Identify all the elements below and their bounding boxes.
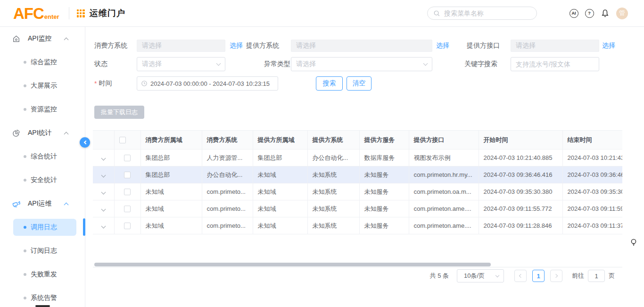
header-divider — [69, 7, 69, 19]
col-end-time: 结束时间 — [562, 131, 622, 149]
bell-icon[interactable] — [600, 8, 610, 18]
exception-type-select[interactable]: 请选择 — [291, 57, 432, 71]
select-all-checkbox[interactable] — [119, 137, 126, 143]
time-range-value: 2024-07-03 00:00:00 - 2024-07-03 10:23:1… — [150, 80, 270, 87]
provider-system-input[interactable]: 请选择 — [291, 40, 432, 52]
chevron-up-icon — [64, 202, 69, 207]
help-icon[interactable]: ? — [584, 8, 594, 18]
row-checkbox[interactable] — [124, 172, 131, 178]
status-select[interactable]: 请选择 — [137, 57, 225, 71]
portal-grid-icon[interactable] — [77, 9, 85, 17]
sidebar-item-big-screen[interactable]: 大屏展示 — [0, 74, 85, 98]
consumer-system-select-link[interactable]: 选择 — [230, 40, 243, 52]
active-item-indicator — [83, 218, 85, 236]
sidebar-group-api-stats[interactable]: API统计 — [0, 121, 85, 145]
chevron-up-icon — [64, 132, 69, 136]
sidebar-item-subscription-logs[interactable]: 订阅日志 — [0, 239, 85, 263]
col-start-time: 开始时间 — [479, 131, 562, 149]
sidebar-item-resource-monitor[interactable]: 资源监控 — [0, 98, 85, 121]
group-label: API运维 — [28, 199, 52, 208]
sidebar-item-comprehensive-monitor[interactable]: 综合监控 — [0, 50, 85, 74]
chevron-down-icon — [423, 61, 428, 66]
sidebar-item-comprehensive-stats[interactable]: 综合统计 — [0, 145, 85, 168]
dot-icon — [24, 61, 26, 64]
table-row[interactable]: 未知域 com.primeto... 未知域 未知系统 未知服务 com.pri… — [93, 217, 622, 234]
sidebar-collapse-button[interactable] — [80, 137, 90, 148]
sidebar-item-failure-resend[interactable]: 失败重发 — [0, 263, 85, 286]
user-avatar[interactable]: 管 — [616, 8, 628, 19]
status-label: 状态 — [94, 57, 107, 71]
chevron-up-icon — [64, 37, 69, 42]
dot-icon — [24, 155, 26, 158]
group-label: API统计 — [28, 129, 52, 137]
col-provider-domain: 提供方所属域 — [253, 131, 307, 149]
consumer-system-input[interactable]: 请选择 — [137, 40, 225, 52]
clear-button[interactable]: 清空 — [347, 76, 372, 91]
provider-api-input[interactable]: 请选择 — [511, 40, 599, 52]
expand-row-icon[interactable] — [101, 207, 106, 212]
provider-system-select-link[interactable]: 选择 — [436, 40, 449, 52]
dot-icon — [24, 226, 26, 229]
expand-column-header — [93, 131, 114, 149]
afc-logo[interactable]: AFC enter — [13, 6, 59, 21]
provider-system-label: 提供方系统 — [246, 39, 279, 53]
expand-row-icon[interactable] — [101, 224, 106, 229]
sidebar-group-api-monitor[interactable]: API监控 — [0, 27, 85, 50]
menu-search-box[interactable] — [427, 7, 537, 20]
expand-row-icon[interactable] — [101, 156, 106, 161]
dot-icon — [24, 249, 26, 252]
chevron-down-icon — [495, 274, 499, 277]
table-row[interactable]: 未知域 com.primeto... 未知域 未知系统 未知服务 com.pri… — [93, 183, 622, 200]
keyword-input[interactable] — [511, 57, 599, 71]
scrollbar-artifact — [35, 305, 50, 307]
expand-row-icon[interactable] — [101, 173, 106, 178]
table-row[interactable]: 未知域 com.primeto... 未知域 未知系统 未知服务 com.pri… — [93, 200, 622, 217]
call-log-table: 消费方所属域 消费方系统 提供方所属域 提供方系统 提供方服务 提供方接口 开始… — [93, 130, 622, 234]
prev-page-button[interactable] — [514, 270, 527, 282]
ops-camera-icon — [12, 199, 21, 208]
ai-assistant-icon[interactable]: AI — [569, 8, 579, 18]
page-unit-label: 页 — [609, 272, 615, 280]
header-icon-group: AI ? — [563, 8, 610, 18]
sidebar-group-api-ops[interactable]: API运维 — [0, 192, 85, 216]
feedback-bulb-icon[interactable] — [628, 237, 639, 248]
menu-search-input[interactable] — [444, 9, 524, 17]
main-content: 消费方系统 请选择 选择 提供方系统 请选择 选择 提供方接口 请选择 选择 状… — [85, 27, 644, 307]
sidebar-item-call-logs[interactable]: 调用日志 — [0, 216, 85, 239]
group-label: API监控 — [28, 34, 52, 43]
page-size-select[interactable]: 10条/页 — [457, 269, 504, 282]
portal-title: 运维门户 — [90, 8, 125, 19]
clock-icon — [141, 80, 148, 87]
sidebar-nav: API监控 综合监控 大屏展示 资源监控 API统计 综合统计 安全统计 — [0, 27, 85, 307]
row-checkbox[interactable] — [124, 189, 131, 195]
row-checkbox[interactable] — [124, 155, 131, 161]
search-icon — [433, 10, 440, 17]
table-row[interactable]: 集团总部 人力资源管... 集团总部 办公自动化... 数据库服务 视图发布示例… — [93, 149, 622, 166]
row-checkbox[interactable] — [124, 223, 131, 229]
provider-api-select-link[interactable]: 选择 — [602, 40, 615, 52]
col-provider-service: 提供方服务 — [359, 131, 409, 149]
sidebar-item-security-stats[interactable]: 安全统计 — [0, 168, 85, 192]
current-page[interactable]: 1 — [532, 270, 545, 282]
time-range-picker[interactable]: 2024-07-03 00:00:00 - 2024-07-03 10:23:1… — [137, 76, 278, 91]
table-row[interactable]: 集团总部 办公自动化... 未知域 未知系统 未知服务 com.primeton… — [93, 166, 622, 183]
row-checkbox[interactable] — [124, 206, 131, 212]
goto-page-input[interactable] — [588, 270, 605, 282]
dot-icon — [24, 84, 26, 87]
batch-download-button[interactable]: 批量下载日志 — [94, 106, 144, 119]
time-label: * 时间 — [94, 76, 112, 91]
search-button[interactable]: 搜索 — [316, 76, 343, 91]
sidebar-item-system-alerts[interactable]: 系统告警 — [0, 286, 85, 307]
provider-api-label: 提供方接口 — [467, 39, 500, 53]
home-icon — [12, 34, 21, 43]
expand-row-icon[interactable] — [101, 190, 106, 195]
logo-text: AFC — [13, 6, 44, 21]
col-consumer-system: 消费方系统 — [202, 131, 253, 149]
avatar-initial: 管 — [619, 9, 625, 17]
pagination-bar: 共 5 条 10条/页 1 前往 页 — [93, 267, 622, 284]
horizontal-scrollbar[interactable] — [94, 263, 491, 266]
pie-chart-icon — [12, 129, 21, 137]
goto-label: 前往 — [572, 272, 584, 280]
next-page-button[interactable] — [550, 270, 562, 282]
consumer-system-label: 消费方系统 — [94, 39, 127, 53]
